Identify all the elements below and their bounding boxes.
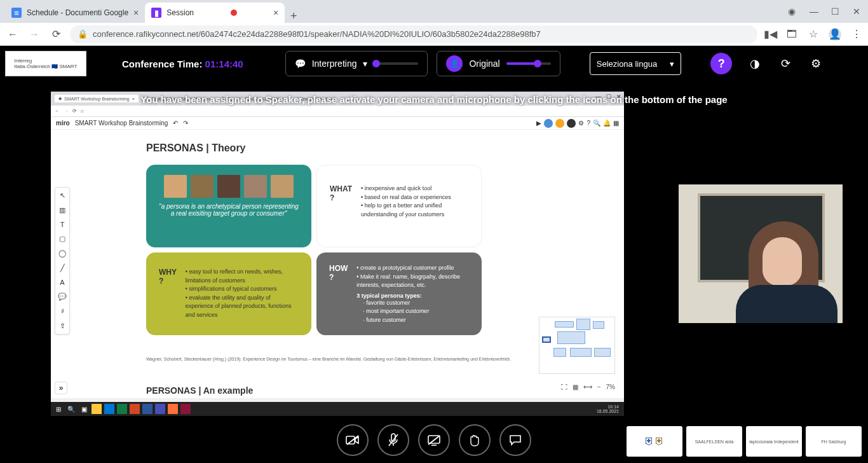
interpreting-label: Interpreting (312, 59, 357, 69)
chevron-down-icon: ▾ (670, 59, 674, 69)
conf-time-label: Conference Time: (122, 59, 202, 69)
url-input[interactable]: 🔒 conference.rafikyconnect.net/60a2474c2… (70, 25, 757, 43)
settings-gear-icon[interactable]: ⚙ (808, 57, 824, 71)
next-slide-heading: PERSONAS | An example (146, 385, 253, 396)
tab-title: Session (166, 8, 194, 17)
screenshare-toggle-button[interactable] (418, 424, 450, 456)
chevron-down-icon: ▾ (363, 59, 367, 69)
refresh-icon[interactable]: ⟳ (778, 57, 793, 71)
translate-icon[interactable]: 🗔 (785, 28, 798, 41)
zoom-level: 7% (606, 384, 615, 390)
shield-icon: ⛨ (654, 436, 665, 447)
powerpoint-icon (130, 404, 140, 414)
list-item: based on real data or experiences (361, 193, 468, 202)
comment-tool-icon[interactable]: 💬 (58, 293, 67, 301)
shared-windows-taskbar: ⊞ 🔍 ▣ 16:14 18.05.2021 (51, 402, 624, 416)
browser-tab-1[interactable]: ▮ Session × (145, 3, 285, 23)
template-tool-icon[interactable]: ▥ (59, 206, 65, 214)
maximize-icon[interactable]: ☐ (831, 6, 840, 15)
persona-face-icon (271, 175, 294, 198)
windows-start-icon: ⊞ (53, 404, 64, 414)
persona-face-icon (217, 175, 240, 198)
explorer-icon (92, 404, 102, 414)
zoom-out-icon[interactable]: − (597, 384, 601, 390)
stage: You have been assigned to Speaker, pleas… (0, 81, 868, 463)
list-item: most important customer (356, 307, 469, 316)
new-tab-button[interactable]: + (285, 10, 302, 23)
teams-icon (155, 404, 165, 414)
list-item: evaluate the utility and quality of expe… (186, 294, 299, 320)
url-text: conference.rafikyconnect.net/60a2474c2e2… (93, 29, 541, 39)
miro-doc-title: SMART Workshop Brainstorming (75, 120, 168, 127)
session-favicon-icon: ▮ (151, 8, 161, 18)
speaker-video-tile[interactable] (679, 184, 843, 323)
language-placeholder: Seleziona lingua (597, 59, 657, 69)
persona-face-icon (244, 175, 267, 198)
chat-button[interactable] (499, 424, 531, 456)
original-audio-control[interactable]: 👤 Original (437, 51, 560, 76)
reload-button[interactable]: ⟳ (48, 27, 64, 42)
sticky-tool-icon[interactable]: ▢ (59, 235, 65, 243)
sponsor-logo: ⛨ ⛨ (627, 426, 682, 457)
shape-tool-icon[interactable]: ◯ (58, 249, 66, 258)
miro-left-toolbar[interactable]: ↖ ▥ T ▢ ◯ ╱ A 💬 ♯ ⇪ (55, 187, 70, 335)
minimize-icon[interactable]: — (810, 6, 818, 15)
line-tool-icon[interactable]: ╱ (60, 264, 65, 272)
original-volume-slider[interactable] (506, 62, 551, 65)
interpreting-icon: 💬 (295, 59, 306, 69)
sponsor-logo: SAALFELDEN alda (686, 426, 742, 457)
clock-icon[interactable]: ◑ (747, 57, 763, 71)
bookmark-star-icon[interactable]: ☆ (807, 28, 820, 41)
text-tool-icon[interactable]: T (60, 221, 65, 228)
upload-tool-icon[interactable]: ⇪ (60, 322, 65, 330)
browser-tab-strip: ≡ Schedule - Documenti Google × ▮ Sessio… (0, 0, 868, 23)
address-bar: ← → ⟳ 🔒 conference.rafikyconnect.net/60a… (0, 23, 868, 46)
person-icon: 👤 (446, 55, 463, 72)
fit-icon[interactable]: ⟷ (583, 384, 592, 390)
profile-avatar-icon[interactable]: 👤 (829, 28, 841, 41)
account-switch-icon[interactable]: ◉ (788, 6, 797, 15)
miro-canvas[interactable]: PERSONAS | Theory ↖ ▥ T ▢ ◯ ╱ A 💬 ♯ ⇪ (51, 130, 624, 398)
miro-more-button[interactable]: » (55, 382, 67, 394)
camera-permission-icon[interactable]: ▮◀ (764, 28, 776, 41)
browser-tab-0[interactable]: ≡ Schedule - Documenti Google × (5, 3, 145, 23)
grid-icon[interactable]: ▦ (573, 384, 578, 390)
speaker-assignment-banner: You have been assigned to Speaker, pleas… (0, 94, 868, 105)
citation-text: Wagner, Schobert, Steckenbauer (Hrsg.) (… (146, 357, 511, 361)
task-view-icon: ▣ (79, 404, 89, 414)
list-item: create a prototypical customer profile (356, 264, 469, 273)
miro-logo: miro (56, 120, 70, 127)
firefox-icon (168, 404, 178, 414)
what-label: WHAT ? (330, 184, 352, 202)
sponsor-logo-bar: ⛨ ⛨ SAALFELDEN alda lapiccionaia Indepen… (627, 426, 862, 457)
how-types-label: 3 typical persona types: (356, 293, 469, 299)
shared-screen: ◆SMART Workshop Brainstorming× ▢Digital … (51, 92, 624, 416)
camera-toggle-button[interactable] (337, 424, 369, 456)
help-button[interactable]: ? (710, 53, 732, 74)
list-item: Make it real: name, biogrpahy, describe … (356, 273, 469, 290)
language-select[interactable]: Seleziona lingua ▾ (590, 52, 681, 75)
forward-button[interactable]: → (27, 27, 42, 42)
miro-collaborators: ▶ ⚙?🔍🔔▦ (536, 119, 619, 128)
tab-close-icon[interactable]: × (133, 8, 139, 18)
interpreting-volume-slider[interactable] (374, 62, 418, 65)
why-label: WHY ? (159, 268, 177, 286)
list-item: favorite customer (356, 299, 469, 308)
raise-hand-button[interactable] (459, 424, 491, 456)
interpreting-control[interactable]: 💬 Interpreting ▾ (285, 51, 428, 76)
mic-toggle-button[interactable] (377, 424, 409, 456)
slide-title: PERSONAS | Theory (146, 142, 246, 154)
frame-tool-icon[interactable]: ♯ (61, 307, 64, 315)
back-button[interactable]: ← (5, 27, 20, 42)
app-icon (180, 404, 191, 414)
pen-tool-icon[interactable]: A (60, 279, 64, 286)
fullscreen-icon[interactable]: ⛶ (561, 384, 567, 390)
tab-close-icon[interactable]: × (273, 8, 278, 18)
miro-minimap[interactable] (539, 317, 615, 374)
shield-icon: ⛨ (644, 436, 654, 447)
close-window-icon[interactable]: ✕ (853, 6, 862, 15)
cursor-tool-icon[interactable]: ↖ (60, 191, 65, 200)
conf-time-value: 01:14:40 (205, 59, 243, 69)
miro-view-controls[interactable]: ⛶ ▦ ⟷ − 7% (561, 384, 615, 390)
chrome-menu-icon[interactable]: ⋮ (850, 28, 863, 41)
